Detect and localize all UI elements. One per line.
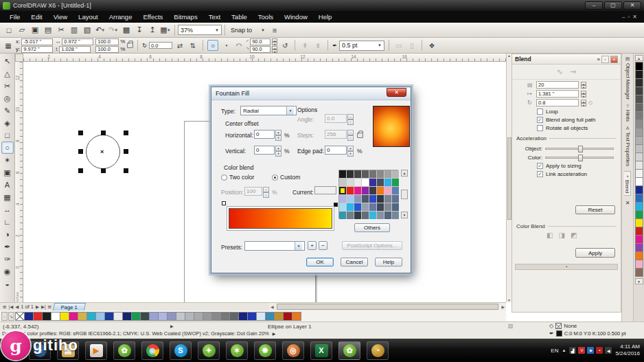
color-swatch[interactable] <box>113 312 123 321</box>
apply-button[interactable]: Apply <box>575 248 615 258</box>
angle-spinner[interactable]: ▲▼ <box>347 114 354 123</box>
arc-start-spinner[interactable]: ▲▼ <box>272 38 277 45</box>
gradient-start-marker[interactable] <box>222 201 226 205</box>
palette-color-cell[interactable] <box>362 212 369 219</box>
palette-color-cell[interactable] <box>377 212 384 219</box>
dimension-tool[interactable]: ↔ <box>1 203 14 216</box>
freehand-tool[interactable]: ✎ <box>1 104 14 117</box>
reset-button[interactable]: Reset <box>575 205 615 214</box>
color-swatch[interactable] <box>42 312 51 321</box>
color-swatch[interactable] <box>33 312 43 321</box>
language-indicator[interactable]: EN <box>551 348 558 354</box>
menu-item[interactable]: Edit <box>25 12 47 21</box>
taskbar-browser-2[interactable]: ◎ <box>282 341 304 360</box>
palette-color-cell[interactable] <box>339 170 346 178</box>
color-swatch[interactable] <box>87 312 96 321</box>
palette-color-cell[interactable] <box>392 179 399 186</box>
taskbar-skype[interactable]: S <box>170 341 192 360</box>
palette-color-cell[interactable] <box>354 170 361 178</box>
tab-hints[interactable]: ?Hints <box>625 104 631 122</box>
to-front-button[interactable]: ⇞ <box>299 40 310 51</box>
no-color-swatch[interactable] <box>15 312 25 321</box>
mirror-vertical-button[interactable]: ⇅ <box>187 40 198 51</box>
scale-v-field[interactable]: 100.0 <box>95 46 119 53</box>
tab-text-properties[interactable]: AText Properties <box>625 126 631 166</box>
palette-color-cell[interactable] <box>354 203 361 211</box>
menu-item[interactable]: Bitmaps <box>168 12 203 21</box>
wrap-text-button[interactable]: ▭ <box>393 40 404 51</box>
palette-color-cell[interactable] <box>339 179 346 186</box>
horizontal-scrollbar[interactable]: ◀▶ <box>269 302 506 310</box>
selection-handle[interactable] <box>124 149 128 154</box>
palette-color-cell[interactable] <box>347 195 354 203</box>
color-swatch[interactable] <box>131 312 141 321</box>
document-window-controls[interactable]: –▫✕ <box>622 14 640 20</box>
palette-color-cell[interactable] <box>362 179 369 186</box>
color-swatch[interactable] <box>95 312 105 321</box>
paste-icon[interactable]: ▧ <box>81 24 93 36</box>
fill-tool[interactable]: ◉ <box>1 265 14 278</box>
palette-color-cell[interactable] <box>339 203 346 211</box>
clockwise-blend-icon[interactable]: ◨ <box>558 231 564 239</box>
copy-icon[interactable]: ▥ <box>68 24 80 36</box>
palette-color-cell[interactable] <box>354 187 361 194</box>
connector-tool[interactable]: ∟ <box>1 216 14 228</box>
color-swatch[interactable] <box>185 312 194 321</box>
palette-color-cell[interactable] <box>347 212 354 219</box>
palette-color-cell[interactable] <box>377 187 384 194</box>
color-swatch[interactable] <box>194 312 203 321</box>
color-swatch[interactable] <box>292 312 301 321</box>
docker-float-button[interactable]: ▫ <box>601 56 609 63</box>
menu-item[interactable]: Text <box>203 12 226 21</box>
color-swatch[interactable] <box>256 312 266 321</box>
page-tab[interactable]: Page 1 <box>53 303 86 310</box>
palette-color-cell[interactable] <box>347 203 354 211</box>
color-swatch[interactable] <box>122 312 132 321</box>
status-expander-icon[interactable]: ▶ <box>170 324 174 328</box>
object-width-field[interactable]: 0.972 " <box>62 38 93 45</box>
palette-color-cell[interactable] <box>369 212 376 219</box>
color-acceleration-slider[interactable] <box>545 157 614 159</box>
two-color-radio-button[interactable] <box>221 174 227 181</box>
menu-item[interactable]: Arrange <box>104 12 138 21</box>
vertical-scrollbar[interactable]: ▲▼ <box>506 54 511 302</box>
taskbar-corel-capture[interactable]: ✶ <box>226 341 248 360</box>
loop-checkbox[interactable] <box>537 109 543 115</box>
menu-item[interactable]: Effects <box>137 12 168 21</box>
custom-radio[interactable]: Custom <box>272 174 300 181</box>
horizontal-scrollbar-thumb[interactable] <box>277 304 499 310</box>
search-content-icon[interactable]: ▩ <box>120 24 133 36</box>
taskbar-media-player[interactable]: ▶ <box>85 341 107 360</box>
palette-color-cell[interactable] <box>369 203 376 211</box>
snap-to-combo[interactable]: Snap to▼ <box>228 25 268 35</box>
color-swatch[interactable] <box>158 312 168 321</box>
palette-color-cell[interactable] <box>362 203 369 211</box>
zoom-tool[interactable]: ◎ <box>1 92 14 104</box>
color-swatch[interactable] <box>635 268 643 277</box>
selection-handle[interactable] <box>78 149 83 154</box>
docker-chevron-icon[interactable]: » <box>597 56 600 63</box>
smart-fill-tool[interactable]: ◈ <box>1 117 14 129</box>
color-swatch[interactable] <box>211 312 221 321</box>
menu-item[interactable]: Layout <box>73 12 104 21</box>
color-swatch[interactable] <box>69 312 78 321</box>
taskbar-excel[interactable]: X <box>310 341 332 360</box>
color-slider-thumb[interactable] <box>578 155 583 161</box>
object-acceleration-slider[interactable] <box>545 148 614 150</box>
tab-blend[interactable]: ◑Blend <box>624 171 631 196</box>
color-swatch[interactable] <box>265 312 275 321</box>
palette-color-cell[interactable] <box>392 212 399 219</box>
taskbar-corel-connect[interactable]: ✦ <box>198 341 220 360</box>
blend-steps-spinner[interactable]: ▲▼ <box>581 82 586 89</box>
blend-direction-spinner[interactable]: ▲▼ <box>581 100 586 106</box>
polygon-tool[interactable]: ✶ <box>1 154 14 166</box>
application-launcher-icon[interactable]: ▦▼ <box>159 24 172 36</box>
lock-ratio-icon[interactable] <box>127 43 133 48</box>
horizontal-ruler[interactable]: 246810121416 <box>23 54 506 62</box>
blend-path-icon[interactable]: ∿ <box>557 67 563 76</box>
outline-color-swatch[interactable] <box>556 330 562 337</box>
first-page-button[interactable]: |◀ <box>8 304 13 310</box>
palette-scroll-down-button[interactable]: ▼ <box>635 278 643 284</box>
palette-color-cell[interactable] <box>392 195 399 203</box>
palette-color-cell[interactable] <box>369 195 376 203</box>
